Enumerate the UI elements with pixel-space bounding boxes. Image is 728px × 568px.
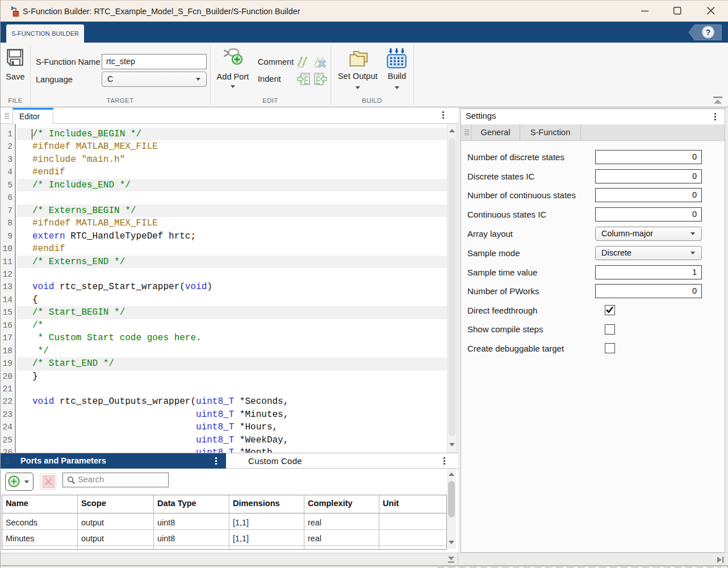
- svg-text:?: ?: [706, 28, 711, 37]
